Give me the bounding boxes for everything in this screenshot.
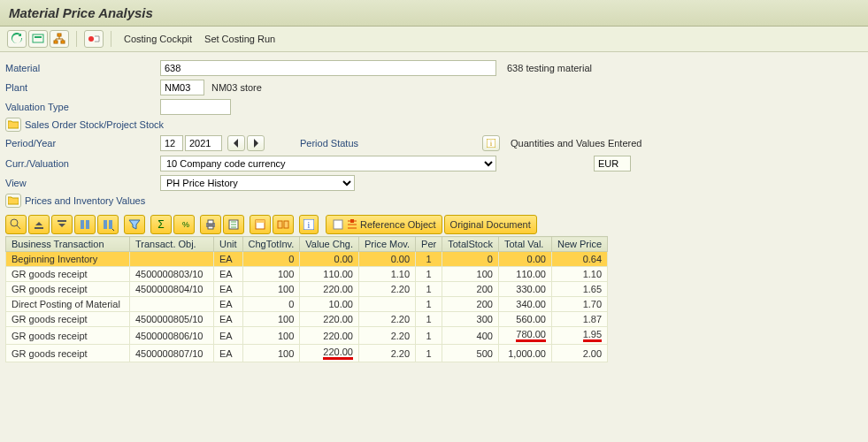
info-grid-icon[interactable]: i — [299, 215, 319, 234]
col-total-val[interactable]: Total Val. — [498, 237, 551, 252]
valtype-label: Valuation Type — [5, 102, 160, 112]
col-chgtotinv[interactable]: ChgTotInv. — [242, 237, 300, 252]
price-history-table: Business Transaction Transact. Obj. Unit… — [5, 236, 608, 362]
cell-cti: 100 — [242, 345, 300, 362]
svg-rect-18 — [208, 220, 213, 224]
header-form: Material 638 testing material Plant NM03… — [0, 52, 868, 213]
cell-per: 1 — [416, 312, 442, 327]
subtotal-icon[interactable]: % — [173, 215, 195, 234]
page-title: Material Price Analysis — [0, 0, 868, 27]
folder-icon — [5, 194, 21, 208]
costing-cockpit-link[interactable]: Costing Cockpit — [119, 31, 197, 47]
cell-per: 1 — [416, 282, 442, 297]
col-unit[interactable]: Unit — [214, 237, 243, 252]
plant-label: Plant — [5, 82, 160, 93]
details-icon[interactable] — [5, 215, 27, 234]
hierarchy-icon[interactable] — [50, 30, 69, 48]
cell-np: 1.10 — [551, 267, 607, 282]
cell-unit: EA — [214, 327, 243, 345]
material-desc: 638 testing material — [507, 63, 592, 73]
export-icon[interactable] — [223, 215, 244, 234]
cell-unit: EA — [214, 282, 243, 297]
app-toolbar: Costing Cockpit Set Costing Run — [0, 27, 868, 52]
cell-tv: 1,000.00 — [498, 345, 551, 362]
cell-np: 2.00 — [551, 345, 607, 362]
cell-unit: EA — [214, 312, 243, 327]
close-icon[interactable] — [84, 30, 104, 48]
svg-rect-4 — [61, 41, 65, 43]
cell-np: 1.70 — [551, 297, 607, 312]
valtype-field[interactable] — [160, 99, 231, 115]
info-icon[interactable]: i — [482, 135, 500, 151]
curr-select[interactable]: 10 Company code currency — [160, 156, 496, 171]
table-row[interactable]: GR goods receipt4500000806/10EA100220.00… — [6, 327, 608, 345]
reference-object-button[interactable]: Reference Object — [326, 215, 442, 234]
cell-vc: 220.00 — [300, 327, 359, 345]
view-select[interactable]: PH Price History — [160, 175, 355, 191]
svg-rect-10 — [58, 220, 66, 222]
period-next-button[interactable] — [247, 135, 265, 151]
grid-toolbar: Σ % i Reference Object Original Document — [0, 213, 868, 236]
filter-icon[interactable] — [124, 215, 145, 234]
table-row[interactable]: GR goods receipt4500000803/10EA100110.00… — [6, 267, 608, 282]
cell-cti: 100 — [242, 312, 300, 327]
table-row[interactable]: GR goods receipt4500000804/10EA100220.00… — [6, 282, 608, 297]
cell-np: 1.87 — [551, 312, 607, 327]
year-field[interactable] — [185, 135, 222, 151]
period-status-label: Period Status — [300, 138, 358, 149]
cell-bt: GR goods receipt — [6, 345, 130, 362]
plant-field[interactable] — [160, 80, 204, 95]
sort-desc-icon[interactable] — [51, 215, 73, 234]
period-prev-button[interactable] — [227, 135, 245, 151]
cell-vc: 220.00 — [300, 282, 359, 297]
cell-ts: 100 — [442, 267, 499, 282]
table-row[interactable]: Beginning InventoryEA00.000.00100.000.64 — [6, 252, 608, 267]
sales-stock-toggle[interactable]: Sales Order Stock/Project Stock — [5, 118, 863, 132]
display-icon[interactable] — [28, 30, 48, 48]
view-label: View — [5, 178, 160, 188]
svg-text:%: % — [182, 220, 189, 229]
cell-per: 1 — [416, 267, 442, 282]
cell-bt: GR goods receipt — [6, 267, 130, 282]
table-row[interactable]: GR goods receipt4500000807/10EA100220.00… — [6, 345, 608, 362]
svg-rect-9 — [35, 227, 43, 229]
cell-pm: 2.20 — [358, 282, 415, 297]
col-transact-obj[interactable]: Transact. Obj. — [130, 237, 214, 252]
sort-asc-icon[interactable] — [28, 215, 50, 234]
cell-unit: EA — [214, 252, 243, 267]
cell-per: 1 — [416, 297, 442, 312]
col-totalstock[interactable]: TotalStock — [442, 237, 499, 252]
period-field[interactable] — [160, 135, 183, 151]
find-icon[interactable] — [74, 215, 96, 234]
svg-rect-27 — [334, 220, 342, 229]
cell-vc: 110.00 — [300, 267, 359, 282]
cell-unit: EA — [214, 267, 243, 282]
cell-to: 4500000807/10 — [130, 345, 214, 362]
col-per[interactable]: Per — [416, 237, 442, 252]
set-costing-run-link[interactable]: Set Costing Run — [199, 31, 280, 47]
cell-tv: 340.00 — [498, 297, 551, 312]
layout-change-icon[interactable] — [273, 215, 294, 234]
table-row[interactable]: GR goods receipt4500000805/10EA100220.00… — [6, 312, 608, 327]
cell-ts: 200 — [442, 282, 499, 297]
col-value-chg[interactable]: Value Chg. — [300, 237, 359, 252]
original-document-button[interactable]: Original Document — [444, 215, 537, 234]
find-next-icon[interactable] — [97, 215, 119, 234]
print-icon[interactable] — [200, 215, 221, 234]
cell-cti: 0 — [242, 297, 300, 312]
cell-per: 1 — [416, 327, 442, 345]
layout-icon[interactable] — [250, 215, 271, 234]
sum-icon[interactable]: Σ — [150, 215, 172, 234]
refresh-icon[interactable] — [7, 30, 27, 48]
material-field[interactable] — [160, 60, 496, 76]
prices-toggle[interactable]: Prices and Inventory Values — [5, 194, 863, 208]
cell-pm: 2.20 — [358, 327, 415, 345]
cell-pm — [358, 297, 415, 312]
table-row[interactable]: Direct Posting of MaterialEA010.00120034… — [6, 297, 608, 312]
col-business-transaction[interactable]: Business Transaction — [6, 237, 130, 252]
period-status-desc: Quantities and Values Entered — [511, 138, 641, 149]
col-price-mov[interactable]: Price Mov. — [358, 237, 415, 252]
col-new-price[interactable]: New Price — [551, 237, 607, 252]
cell-ts: 200 — [442, 297, 499, 312]
svg-point-5 — [88, 36, 94, 42]
